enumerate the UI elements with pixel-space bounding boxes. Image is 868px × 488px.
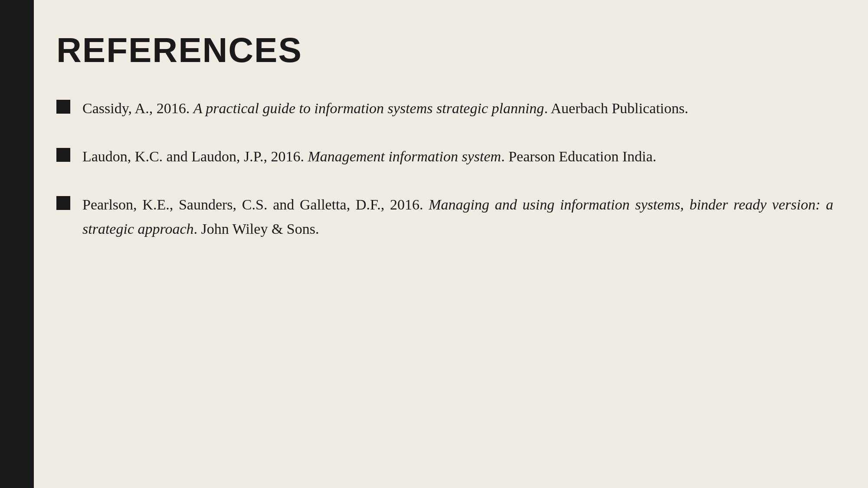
ref1-publisher: . Auerbach Publications. (544, 100, 688, 116)
ref3-publisher: . John Wiley & Sons. (194, 221, 319, 237)
bullet-icon (56, 148, 70, 162)
reference-text: Laudon, K.C. and Laudon, J.P., 2016. Man… (82, 144, 656, 169)
ref1-authors: Cassidy, A., 2016. (82, 100, 193, 116)
ref2-authors: Laudon, K.C. and Laudon, J.P., 2016. (82, 148, 308, 164)
reference-text: Pearlson, K.E., Saunders, C.S. and Galle… (82, 193, 833, 241)
bullet-icon (56, 196, 70, 210)
references-list: Cassidy, A., 2016. A practical guide to … (56, 96, 833, 241)
list-item: Cassidy, A., 2016. A practical guide to … (56, 96, 833, 121)
list-item: Laudon, K.C. and Laudon, J.P., 2016. Man… (56, 144, 833, 169)
reference-text: Cassidy, A., 2016. A practical guide to … (82, 96, 688, 121)
page-title: REFERENCES (56, 30, 833, 70)
ref3-authors: Pearlson, K.E., Saunders, C.S. and Galle… (82, 197, 429, 213)
page-content: REFERENCES Cassidy, A., 2016. A practica… (56, 30, 833, 462)
ref2-title: Management information system (308, 148, 501, 164)
list-item: Pearlson, K.E., Saunders, C.S. and Galle… (56, 193, 833, 241)
left-accent-bar (0, 0, 34, 488)
ref2-publisher: . Pearson Education India. (501, 148, 656, 164)
bullet-icon (56, 100, 70, 114)
ref1-title: A practical guide to information systems… (193, 100, 544, 116)
